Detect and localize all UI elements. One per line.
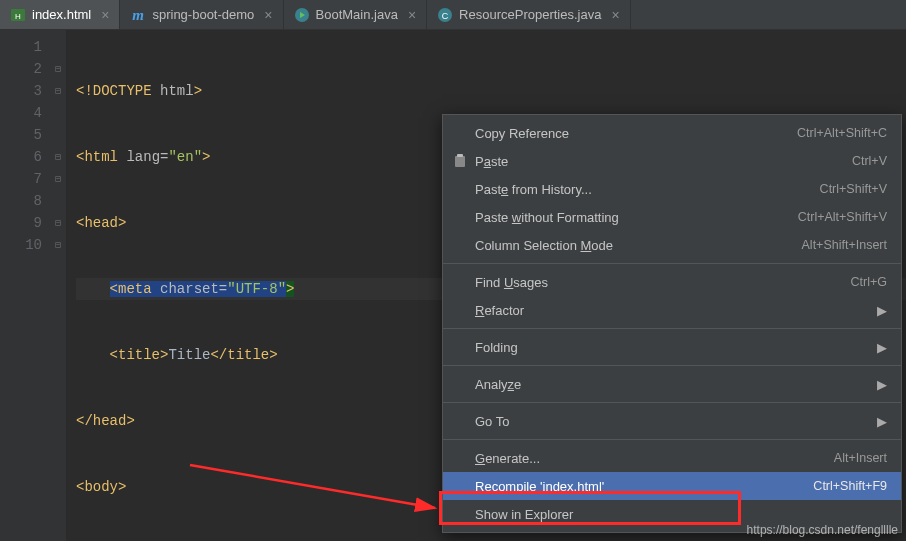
close-icon[interactable]: × <box>408 7 416 23</box>
line-number: 1 <box>0 36 42 58</box>
tab-label: BootMain.java <box>316 7 398 22</box>
editor-tabs: H index.html × m spring-boot-demo × Boot… <box>0 0 906 30</box>
tab-label: spring-boot-demo <box>152 7 254 22</box>
line-number: 7 <box>0 168 42 190</box>
menu-separator <box>443 402 901 403</box>
fold-column[interactable]: ⊟⊟⊟⊟⊟⊟ <box>50 30 66 541</box>
menu-item-paste-no-format[interactable]: Paste without FormattingCtrl+Alt+Shift+V <box>443 203 901 231</box>
line-number: 8 <box>0 190 42 212</box>
tab-label: index.html <box>32 7 91 22</box>
menu-item-find-usages[interactable]: Find UsagesCtrl+G <box>443 268 901 296</box>
menu-item-analyze[interactable]: Analyze▶ <box>443 370 901 398</box>
line-number: 5 <box>0 124 42 146</box>
close-icon[interactable]: × <box>264 7 272 23</box>
svg-rect-8 <box>457 154 463 157</box>
svg-text:m: m <box>133 7 145 23</box>
menu-item-column-selection[interactable]: Column Selection ModeAlt+Shift+Insert <box>443 231 901 259</box>
maven-icon: m <box>130 7 146 23</box>
chevron-right-icon: ▶ <box>877 377 887 392</box>
chevron-right-icon: ▶ <box>877 340 887 355</box>
java-run-icon <box>294 7 310 23</box>
menu-item-paste-history[interactable]: Paste from History...Ctrl+Shift+V <box>443 175 901 203</box>
close-icon[interactable]: × <box>611 7 619 23</box>
tab-index-html[interactable]: H index.html × <box>0 0 120 29</box>
line-number: 3 <box>0 80 42 102</box>
menu-separator <box>443 328 901 329</box>
menu-separator <box>443 365 901 366</box>
tab-bootmain-java[interactable]: BootMain.java × <box>284 0 428 29</box>
close-icon[interactable]: × <box>101 7 109 23</box>
svg-text:H: H <box>15 12 21 21</box>
svg-text:C: C <box>442 11 449 21</box>
chevron-right-icon: ▶ <box>877 414 887 429</box>
line-number: 4 <box>0 102 42 124</box>
menu-item-refactor[interactable]: Refactor▶ <box>443 296 901 324</box>
tab-label: ResourceProperties.java <box>459 7 601 22</box>
tab-spring-boot-demo[interactable]: m spring-boot-demo × <box>120 0 283 29</box>
html-file-icon: H <box>10 7 26 23</box>
chevron-right-icon: ▶ <box>877 303 887 318</box>
menu-item-paste[interactable]: PasteCtrl+V <box>443 147 901 175</box>
line-number: 2 <box>0 58 42 80</box>
menu-item-show-in-explorer[interactable]: Show in Explorer <box>443 500 901 528</box>
line-number-gutter[interactable]: 1 2 3 4 5 6 7 8 9 10 <box>0 30 50 541</box>
menu-item-copy-reference[interactable]: Copy ReferenceCtrl+Alt+Shift+C <box>443 119 901 147</box>
tab-resourceproperties-java[interactable]: C ResourceProperties.java × <box>427 0 631 29</box>
menu-separator <box>443 439 901 440</box>
svg-rect-7 <box>455 156 465 167</box>
line-number: 6 <box>0 146 42 168</box>
menu-item-generate[interactable]: Generate...Alt+Insert <box>443 444 901 472</box>
line-number: 9 <box>0 212 42 234</box>
menu-separator <box>443 263 901 264</box>
context-menu: Copy ReferenceCtrl+Alt+Shift+C PasteCtrl… <box>442 114 902 533</box>
menu-item-recompile[interactable]: Recompile 'index.html'Ctrl+Shift+F9 <box>443 472 901 500</box>
paste-icon <box>453 154 475 168</box>
menu-item-go-to[interactable]: Go To▶ <box>443 407 901 435</box>
line-number: 10 <box>0 234 42 256</box>
java-class-icon: C <box>437 7 453 23</box>
menu-item-folding[interactable]: Folding▶ <box>443 333 901 361</box>
